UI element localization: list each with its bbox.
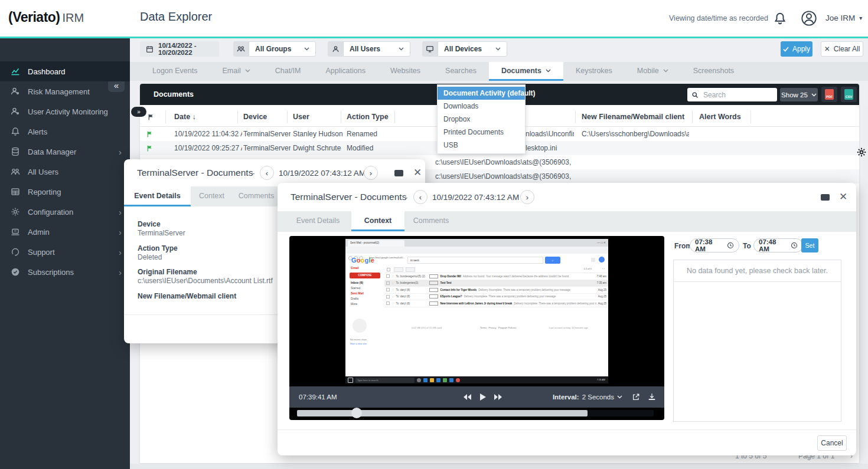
playback-progress-bar[interactable] (297, 410, 654, 416)
tab-context[interactable]: Context (351, 211, 404, 231)
tab-websites[interactable]: Websites (378, 62, 433, 81)
groups-filter-value: All Groups (255, 45, 291, 53)
progress-handle[interactable] (351, 408, 362, 418)
tab-comments[interactable]: Comments (233, 186, 280, 206)
sidebar-item-risk-management[interactable]: Risk Management (0, 81, 130, 101)
viewing-status-text: Viewing date/time as recorded (669, 14, 768, 22)
devices-filter-select[interactable]: All Devices (438, 41, 507, 57)
app-root: (Veriato) IRM Data Explorer Viewing date… (0, 0, 868, 469)
tab-searches[interactable]: Searches (433, 62, 489, 81)
show-count-select[interactable]: Show 25 (780, 88, 818, 101)
close-icon[interactable]: ✕ (413, 168, 422, 178)
open-external-icon[interactable] (632, 393, 640, 401)
user-menu[interactable]: Joe IRM ▾ (825, 14, 862, 22)
menu-item-printed-documents[interactable]: Printed Documents (438, 126, 525, 139)
tab-context[interactable]: Context (191, 186, 233, 206)
column-header-action-type[interactable]: Action Type (347, 108, 389, 126)
tab-email[interactable]: Email (210, 62, 262, 81)
to-time-value: 07:48 AM (759, 238, 788, 252)
tab-event-details[interactable]: Event Details (124, 186, 191, 206)
to-time-input[interactable]: 07:48 AM (753, 238, 803, 252)
tab-event-details[interactable]: Event Details (285, 211, 351, 231)
export-csv-button[interactable]: CSV (841, 87, 857, 102)
chevron-down-icon (546, 69, 551, 73)
taskbar-search: Type here to search (355, 378, 415, 383)
sidebar-item-label: Data Manager (28, 147, 76, 156)
browser-address-bar: https://mail.google.com/mail/u/0/... (345, 247, 608, 254)
chevron-right-icon: › (119, 208, 122, 217)
flag-icon[interactable] (146, 127, 154, 141)
menu-item-document-activity[interactable]: Document Activity (default) (438, 87, 525, 100)
sidebar-item-all-users[interactable]: All Users (0, 162, 130, 182)
sidebar-item-configuration[interactable]: Configuration › (0, 202, 130, 222)
tab-mobile[interactable]: Mobile (625, 62, 681, 81)
horizontal-scrollbar[interactable] (130, 464, 868, 469)
sidebar-item-subscriptions[interactable]: Subscriptions › (0, 262, 130, 282)
sidebar-item-support[interactable]: Support › (0, 242, 130, 262)
sidebar-item-dashboard[interactable]: Dashboard (0, 61, 130, 81)
fast-forward-button[interactable] (494, 393, 503, 401)
keystroke-data-panel: No data found yet, please check back lat… (673, 260, 841, 422)
user-menu-caret-icon: ▾ (859, 15, 862, 21)
next-event-button[interactable]: › (520, 190, 534, 204)
tab-comments[interactable]: Comments (404, 211, 458, 231)
alerts-bell-icon (11, 127, 20, 136)
sidebar-item-alerts[interactable]: Alerts (0, 122, 130, 142)
search-input[interactable] (702, 90, 769, 100)
chevron-down-icon (663, 69, 668, 73)
close-icon[interactable]: ✕ (839, 192, 847, 202)
clear-all-button[interactable]: ✕ Clear All (821, 41, 863, 57)
sidebar-item-label: Reporting (28, 188, 61, 196)
screen-recording-player[interactable]: Sent Mail - protonmail(2) — □ ✕ https://… (289, 236, 664, 420)
notifications-bell-icon[interactable] (774, 11, 787, 25)
interval-value: 2 Seconds (582, 393, 614, 401)
column-settings-gear-icon[interactable] (856, 147, 867, 158)
column-header-alert-words[interactable]: Alert Words (699, 108, 741, 126)
export-pdf-button[interactable]: PDF (821, 87, 837, 102)
play-button[interactable] (479, 393, 486, 401)
menu-item-downloads[interactable]: Downloads (438, 100, 525, 113)
sidebar-item-reporting[interactable]: Reporting (0, 182, 130, 202)
apply-button[interactable]: Apply (781, 41, 812, 57)
column-header-device[interactable]: Device (243, 108, 267, 126)
expand-columns-button[interactable]: » (131, 107, 146, 117)
minimize-icon[interactable] (821, 194, 830, 201)
rewind-button[interactable] (462, 393, 472, 401)
set-button[interactable]: Set (801, 238, 818, 252)
sidebar-item-user-activity-monitoring[interactable]: User Activity Monitoring (0, 101, 130, 122)
tab-chat-im[interactable]: Chat/IM (263, 62, 314, 81)
download-icon[interactable] (648, 393, 656, 401)
vertical-scrollbar[interactable] (863, 106, 868, 448)
menu-item-dropbox[interactable]: Dropbox (438, 113, 525, 126)
user-avatar-icon[interactable] (801, 10, 817, 27)
column-header-new-filename[interactable]: New Filename/Webmail client (582, 108, 684, 126)
taskbar-app-icon (449, 378, 453, 382)
tab-screenshots[interactable]: Screenshots (681, 62, 746, 81)
sidebar-item-admin[interactable]: Admin › (0, 222, 130, 242)
flag-icon[interactable] (146, 141, 154, 155)
prev-event-button[interactable]: ‹ (260, 166, 274, 180)
column-header-date[interactable]: Date ↓ (174, 108, 196, 126)
field-label: New Filename/Webmail client (138, 292, 236, 300)
sidebar-item-label: Alerts (28, 127, 47, 136)
from-time-input[interactable]: 07:38 AM (690, 238, 739, 252)
tab-logon-events[interactable]: Logon Events (140, 62, 210, 81)
cell-original-filename: c:\users\IEUser\Downloads\ats@(3506903,1… (435, 155, 571, 169)
admin-laptop-icon (11, 227, 20, 237)
prev-event-button[interactable]: ‹ (413, 190, 428, 204)
minimize-icon[interactable] (394, 170, 403, 176)
users-filter-select[interactable]: All Users (343, 41, 410, 57)
tab-keystrokes[interactable]: Keystrokes (563, 62, 625, 81)
column-header-user[interactable]: User (293, 108, 309, 126)
interval-select[interactable]: Interval: 2 Seconds (553, 393, 622, 401)
tab-documents[interactable]: Documents (489, 62, 563, 81)
menu-item-usb[interactable]: USB (438, 139, 525, 152)
next-event-button[interactable]: › (364, 166, 378, 180)
tab-applications[interactable]: Applications (313, 62, 377, 81)
sidebar-item-data-manager[interactable]: Data Manager › (0, 142, 130, 162)
gmail-chat-link: Start a new one (350, 342, 367, 345)
date-range-picker[interactable]: 10/14/2022 - 10/20/2022 (140, 41, 219, 57)
gmail-avatar (599, 257, 605, 263)
cancel-button[interactable]: Cancel (817, 435, 847, 451)
groups-filter-select[interactable]: All Groups (249, 41, 316, 57)
